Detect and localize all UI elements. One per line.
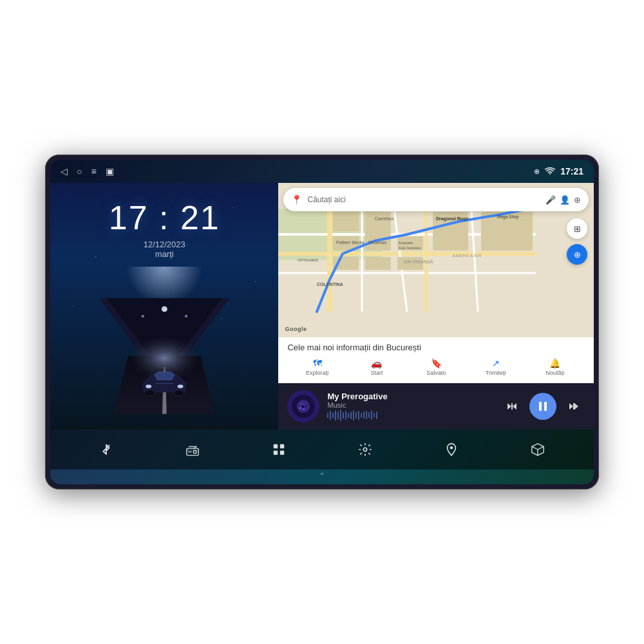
svg-marker-55: [569, 403, 573, 410]
waveform-bar: [330, 411, 331, 420]
tab-start-label: Start: [370, 370, 383, 376]
nav-settings[interactable]: [358, 442, 372, 457]
status-time: 17:21: [560, 166, 583, 176]
svg-point-8: [177, 384, 183, 388]
account-icon[interactable]: 👤: [560, 195, 570, 205]
clock-time: 17 : 21: [63, 198, 265, 237]
waveform-bar: [355, 412, 357, 419]
waveform-bar: [345, 411, 346, 420]
svg-point-59: [193, 450, 196, 453]
svg-rect-51: [511, 403, 513, 410]
waveform-bar: [337, 412, 339, 419]
svg-point-10: [174, 390, 184, 396]
svg-rect-53: [539, 402, 542, 411]
svg-text:OFTALMED: OFTALMED: [298, 258, 319, 262]
svg-text:Dragonul Roșu: Dragonul Roșu: [436, 216, 468, 222]
tab-news[interactable]: 🔔 Noutăți: [526, 356, 585, 378]
waveform-bar: [340, 410, 341, 421]
tab-explore[interactable]: 🗺 Explorați: [287, 356, 346, 378]
voice-search-icon[interactable]: 🎤: [545, 195, 556, 205]
apps-icon: [272, 442, 286, 457]
svg-rect-63: [280, 444, 284, 448]
next-track-button[interactable]: [563, 395, 585, 417]
svg-text:Mega Shop: Mega Shop: [497, 214, 519, 220]
car-scene-svg: [56, 283, 273, 430]
svg-marker-50: [507, 403, 511, 410]
svg-marker-68: [532, 444, 544, 450]
status-bar: ◁ ○ ≡ ▣ ⊕ 17:21: [50, 160, 594, 183]
more-options-icon[interactable]: ⊕: [574, 195, 581, 205]
3dbox-icon: [531, 442, 545, 457]
bottom-nav: [50, 430, 594, 469]
svg-rect-56: [573, 403, 574, 410]
tab-saved[interactable]: 🔖 Salvato: [406, 356, 466, 378]
nav-bluetooth[interactable]: [99, 442, 113, 457]
tab-share-label: Trimiteți: [486, 370, 506, 376]
search-actions: 🎤 👤 ⊕: [545, 195, 581, 205]
svg-marker-52: [513, 403, 516, 410]
svg-text:ION CREANGĂ: ION CREANGĂ: [404, 259, 433, 264]
nav-3dbox[interactable]: [531, 442, 545, 457]
nav-apps[interactable]: [272, 442, 286, 457]
bluetooth-icon: [99, 442, 113, 457]
svg-rect-64: [274, 451, 278, 455]
waveform-bar: [348, 413, 349, 418]
tab-news-label: Noutăți: [546, 370, 565, 376]
location-icon: ⊕: [534, 167, 540, 176]
back-button[interactable]: ◁: [61, 166, 68, 176]
clock-date: 12/12/2023 marți: [63, 240, 265, 259]
svg-rect-62: [274, 444, 278, 448]
map-layers-button[interactable]: ⊞: [567, 218, 587, 239]
radio-icon: [185, 442, 200, 457]
clock-section: 17 : 21 12/12/2023 marți: [50, 183, 278, 267]
waveform-bar: [358, 411, 359, 420]
play-pause-button[interactable]: [529, 393, 556, 420]
map-search-bar[interactable]: 📍 Căutați aici 🎤 👤 ⊕: [283, 188, 589, 211]
news-icon: 🔔: [549, 358, 560, 368]
svg-rect-25: [333, 212, 359, 231]
menu-button[interactable]: ≡: [91, 166, 96, 176]
svg-text:JUDEȚUL ILFOV: JUDEȚUL ILFOV: [452, 254, 482, 258]
nav-chevron[interactable]: ⌃: [50, 469, 594, 484]
waveform-bar: [353, 410, 354, 421]
waveform-bar: [361, 413, 362, 418]
album-art: ♫: [287, 390, 319, 422]
search-input[interactable]: Căutați aici: [307, 195, 540, 204]
tab-start[interactable]: 🚗 Start: [347, 356, 406, 378]
svg-text:Auto Services: Auto Services: [399, 246, 421, 250]
waveform-bar: [376, 412, 377, 419]
info-title: Cele mai noi informații din București: [287, 343, 585, 352]
map-location-button[interactable]: ⊕: [567, 244, 587, 265]
chevron-up-icon: ⌃: [319, 471, 325, 480]
saved-icon: 🔖: [431, 358, 442, 368]
waveform-bar: [363, 412, 365, 419]
prev-track-button[interactable]: [501, 395, 523, 417]
svg-point-66: [363, 448, 367, 451]
layers-icon: ⊞: [574, 224, 581, 234]
maps-icon: [444, 442, 459, 457]
waveform-bar: [335, 410, 336, 421]
nav-buttons: ◁ ○ ≡ ▣: [61, 166, 114, 176]
svg-text:Dedeman: Dedeman: [368, 240, 387, 245]
map-section[interactable]: Pattern Media Carrefour Dragonul Roșu Me…: [278, 183, 594, 337]
main-content: 17 : 21 12/12/2023 marți: [50, 183, 594, 430]
svg-point-67: [450, 446, 453, 450]
tab-explore-label: Explorați: [306, 370, 328, 376]
tab-share[interactable]: ↗ Trimiteți: [466, 356, 525, 378]
svg-rect-65: [280, 451, 284, 455]
info-tabs: 🗺 Explorați 🚗 Start 🔖 Salvato ↗: [287, 356, 585, 378]
explore-icon: 🗺: [313, 358, 322, 368]
waveform-bar: [371, 410, 372, 420]
next-icon: [568, 401, 580, 412]
tab-saved-label: Salvato: [426, 370, 446, 376]
screenshot-button[interactable]: ▣: [106, 166, 114, 176]
music-controls: [501, 393, 585, 420]
nav-maps[interactable]: [444, 442, 459, 457]
waveform-bar: [374, 413, 375, 417]
nav-radio[interactable]: [185, 442, 200, 457]
home-button[interactable]: ○: [77, 166, 82, 176]
svg-point-9: [145, 390, 155, 396]
status-indicators: ⊕ 17:21: [534, 166, 583, 176]
pause-icon: [536, 400, 549, 413]
music-info: My Prerogative Music: [327, 392, 493, 422]
